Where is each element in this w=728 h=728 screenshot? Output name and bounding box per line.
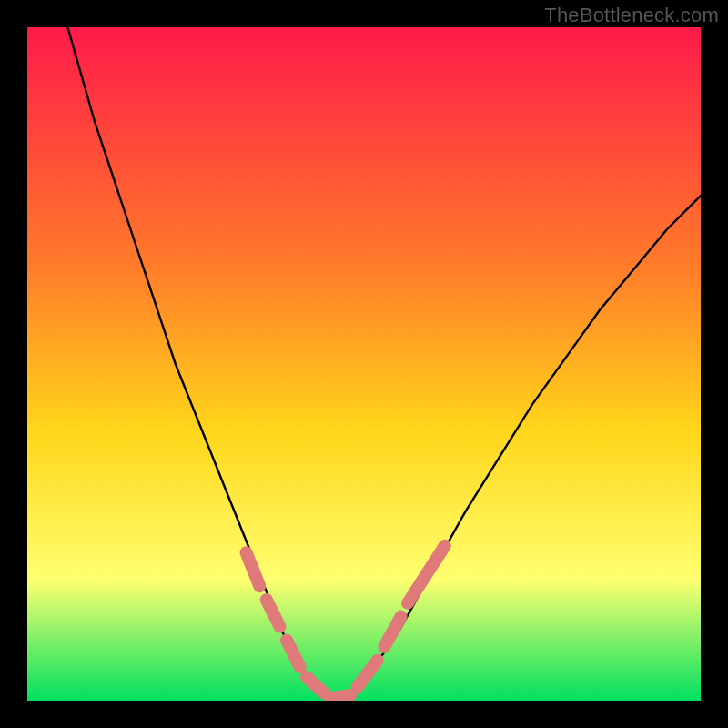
- bottleneck-chart: [27, 27, 701, 701]
- chart-container: TheBottleneck.com: [0, 0, 728, 728]
- plot-area: [27, 27, 701, 701]
- watermark-text: TheBottleneck.com: [544, 4, 719, 27]
- marker-segment: [330, 695, 350, 698]
- gradient-background: [27, 27, 701, 701]
